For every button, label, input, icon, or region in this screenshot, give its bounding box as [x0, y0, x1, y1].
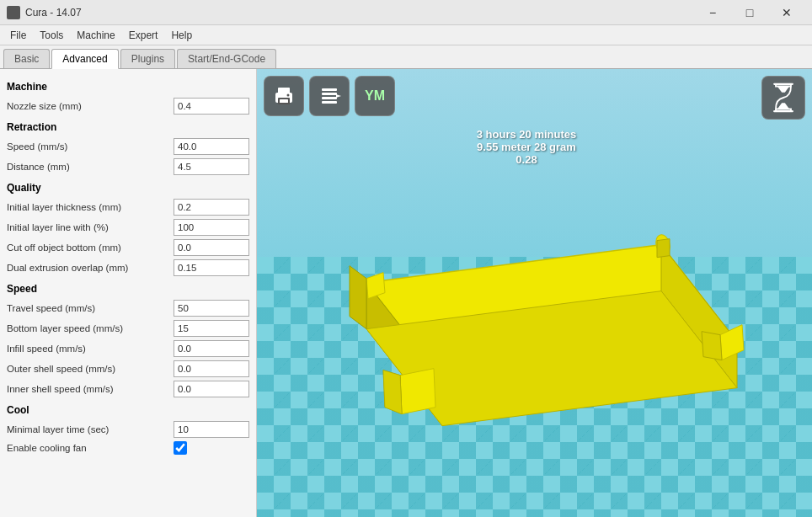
label-dual-extrusion-overlap: Dual extrusion overlap (mm) — [7, 263, 174, 273]
svg-point-4 — [287, 94, 290, 97]
printer-view-button[interactable] — [264, 76, 304, 116]
layer-view-button[interactable] — [309, 76, 350, 116]
section-machine: Machine — [7, 81, 249, 94]
field-cooling-fan: Enable cooling fan — [7, 441, 249, 455]
title-bar: Cura - 14.07 − □ ✕ — [0, 0, 812, 25]
label-cooling-fan: Enable cooling fan — [7, 443, 174, 453]
layer-icon — [318, 84, 341, 108]
section-cool: Cool — [7, 404, 249, 418]
window-controls: − □ ✕ — [694, 0, 805, 25]
field-min-layer-time: Minimal layer time (sec) — [7, 421, 249, 438]
label-cut-off-bottom: Cut off object bottom (mm) — [7, 243, 174, 253]
tab-bar: Basic Advanced Plugins Start/End-GCode — [0, 45, 812, 69]
label-infill-speed: Infill speed (mm/s) — [7, 344, 174, 354]
viewport-toolbar: YM — [264, 76, 395, 116]
checkbox-cooling-fan-wrapper — [174, 441, 249, 455]
label-outer-shell-speed: Outer shell speed (mm/s) — [7, 364, 174, 374]
field-retraction-distance: Distance (mm) — [7, 158, 249, 175]
input-retraction-distance[interactable] — [174, 158, 249, 175]
field-nozzle-size: Nozzle size (mm) — [7, 98, 249, 115]
label-initial-layer-line-width: Initial layer line with (%) — [7, 222, 174, 232]
main-layout: Machine Nozzle size (mm) Retraction Spee… — [0, 69, 812, 517]
svg-rect-7 — [322, 97, 337, 99]
svg-marker-18 — [400, 369, 435, 414]
minimize-button[interactable]: − — [694, 0, 731, 25]
svg-rect-1 — [278, 88, 290, 94]
menu-bar: File Tools Machine Expert Help — [0, 25, 812, 45]
input-initial-layer-thickness[interactable] — [174, 199, 249, 216]
svg-marker-20 — [383, 370, 402, 414]
field-cut-off-bottom: Cut off object bottom (mm) — [7, 239, 249, 256]
input-initial-layer-line-width[interactable] — [174, 219, 249, 236]
input-retraction-speed[interactable] — [174, 138, 249, 155]
ym-button[interactable]: YM — [355, 76, 395, 116]
input-nozzle-size[interactable] — [174, 98, 249, 115]
svg-rect-8 — [322, 101, 337, 104]
3d-object-svg — [299, 148, 771, 468]
ym-label: YM — [365, 88, 385, 104]
svg-marker-22 — [702, 332, 722, 360]
input-dual-extrusion-overlap[interactable] — [174, 259, 249, 276]
menu-tools[interactable]: Tools — [33, 25, 70, 45]
view-settings-button[interactable] — [761, 76, 805, 120]
app-icon — [7, 6, 20, 19]
menu-help[interactable]: Help — [164, 25, 199, 45]
section-speed: Speed — [7, 283, 249, 296]
svg-marker-17 — [350, 266, 366, 329]
field-infill-speed: Infill speed (mm/s) — [7, 340, 249, 357]
label-initial-layer-thickness: Initial layer thickness (mm) — [7, 202, 174, 212]
field-bottom-layer-speed: Bottom layer speed (mm/s) — [7, 320, 249, 337]
label-travel-speed: Travel speed (mm/s) — [7, 303, 174, 313]
svg-marker-24 — [657, 239, 670, 258]
checkbox-cooling-fan[interactable] — [174, 441, 187, 455]
input-bottom-layer-speed[interactable] — [174, 320, 249, 337]
input-cut-off-bottom[interactable] — [174, 239, 249, 256]
close-button[interactable]: ✕ — [768, 0, 805, 25]
field-travel-speed: Travel speed (mm/s) — [7, 300, 249, 317]
menu-file[interactable]: File — [3, 25, 33, 45]
svg-rect-6 — [322, 93, 337, 95]
svg-rect-5 — [322, 88, 337, 91]
input-min-layer-time[interactable] — [174, 421, 249, 438]
field-inner-shell-speed: Inner shell speed (mm/s) — [7, 381, 249, 397]
label-nozzle-size: Nozzle size (mm) — [7, 101, 174, 111]
tab-advanced[interactable]: Advanced — [51, 49, 118, 69]
app-title: Cura - 14.07 — [25, 7, 82, 19]
tab-start-end-gcode[interactable]: Start/End-GCode — [177, 49, 276, 68]
section-quality: Quality — [7, 182, 249, 195]
3d-viewport[interactable]: YM 3 hours 20 minutes 9.55 meter 28 gram… — [257, 69, 812, 517]
svg-marker-9 — [336, 94, 341, 98]
input-inner-shell-speed[interactable] — [174, 381, 249, 397]
label-min-layer-time: Minimal layer time (sec) — [7, 424, 174, 434]
title-bar-left: Cura - 14.07 — [7, 6, 82, 19]
hourglass-icon — [770, 83, 797, 113]
label-inner-shell-speed: Inner shell speed (mm/s) — [7, 384, 174, 394]
menu-machine[interactable]: Machine — [70, 25, 121, 45]
field-initial-layer-thickness: Initial layer thickness (mm) — [7, 199, 249, 216]
menu-expert[interactable]: Expert — [122, 25, 165, 45]
printer-icon — [272, 84, 296, 108]
label-retraction-distance: Distance (mm) — [7, 162, 174, 172]
label-bottom-layer-speed: Bottom layer speed (mm/s) — [7, 323, 174, 333]
svg-rect-3 — [280, 99, 288, 103]
field-retraction-speed: Speed (mm/s) — [7, 138, 249, 155]
input-outer-shell-speed[interactable] — [174, 360, 249, 377]
input-infill-speed[interactable] — [174, 340, 249, 357]
field-initial-layer-line-width: Initial layer line with (%) — [7, 219, 249, 236]
input-travel-speed[interactable] — [174, 300, 249, 317]
label-retraction-speed: Speed (mm/s) — [7, 141, 174, 152]
field-outer-shell-speed: Outer shell speed (mm/s) — [7, 360, 249, 377]
settings-panel: Machine Nozzle size (mm) Retraction Spee… — [0, 69, 257, 517]
tab-plugins[interactable]: Plugins — [120, 49, 175, 68]
field-dual-extrusion-overlap: Dual extrusion overlap (mm) — [7, 259, 249, 276]
3d-object-container — [299, 148, 771, 471]
section-retraction: Retraction — [7, 121, 249, 135]
maximize-button[interactable]: □ — [731, 0, 768, 25]
tab-basic[interactable]: Basic — [3, 49, 50, 68]
